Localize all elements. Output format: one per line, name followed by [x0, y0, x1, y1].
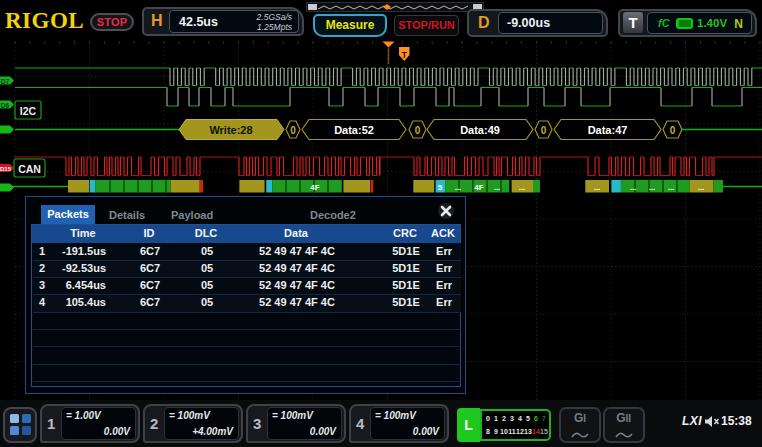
svg-text:5: 5 [438, 183, 443, 192]
svg-text:CAN: CAN [18, 163, 41, 175]
svg-text:0: 0 [290, 125, 296, 136]
svg-text:Data:47: Data:47 [588, 124, 628, 136]
svg-text:0: 0 [670, 125, 676, 136]
svg-text:...: ... [698, 183, 705, 192]
svg-text:...: ... [519, 183, 526, 192]
svg-text:D7: D7 [1, 78, 10, 85]
svg-text:D6: D6 [1, 102, 10, 109]
svg-text:...: ... [630, 183, 637, 192]
svg-text:D15: D15 [0, 166, 12, 172]
svg-text:4F: 4F [474, 183, 483, 192]
svg-text:...: ... [649, 183, 656, 192]
svg-text:Data:49: Data:49 [460, 124, 500, 136]
svg-text:0: 0 [415, 125, 421, 136]
svg-text:T: T [402, 50, 408, 60]
svg-text:...: ... [494, 183, 501, 192]
svg-text:...: ... [455, 183, 462, 192]
svg-text:0: 0 [541, 125, 547, 136]
svg-text:...: ... [668, 183, 675, 192]
svg-text:Write:28: Write:28 [209, 124, 252, 136]
svg-text:Data:52: Data:52 [334, 124, 374, 136]
svg-text:...: ... [594, 183, 601, 192]
svg-text:I2C: I2C [20, 105, 37, 117]
svg-text:4F: 4F [310, 183, 319, 192]
